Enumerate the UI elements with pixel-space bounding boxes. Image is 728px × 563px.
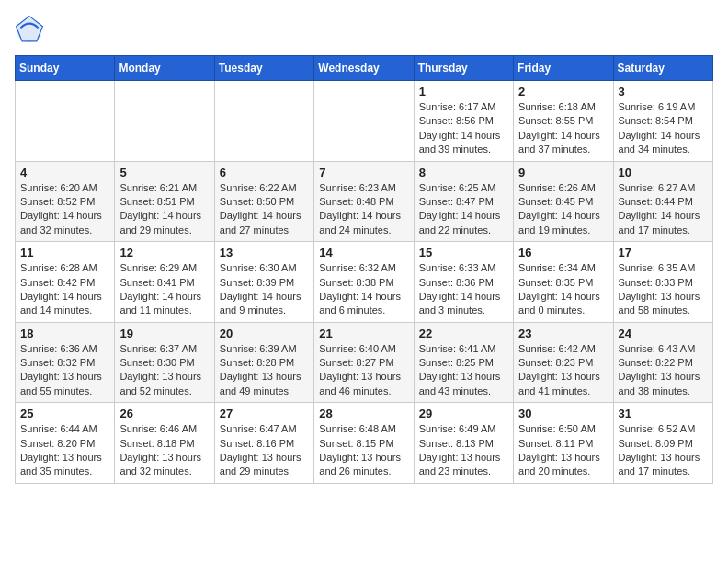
day-number: 8 <box>419 166 508 179</box>
day-number: 7 <box>319 166 408 179</box>
day-info: Sunrise: 6:46 AM Sunset: 8:18 PM Dayligh… <box>119 422 209 479</box>
day-info: Sunrise: 6:37 AM Sunset: 8:30 PM Dayligh… <box>119 342 209 399</box>
day-number: 1 <box>419 85 508 98</box>
day-info: Sunrise: 6:32 AM Sunset: 8:38 PM Dayligh… <box>319 261 408 318</box>
day-info: Sunrise: 6:30 AM Sunset: 8:39 PM Dayligh… <box>220 261 309 318</box>
day-number: 28 <box>319 407 408 420</box>
calendar-cell <box>214 81 313 162</box>
calendar-cell: 19Sunrise: 6:37 AM Sunset: 8:30 PM Dayli… <box>115 322 214 403</box>
day-info: Sunrise: 6:48 AM Sunset: 8:15 PM Dayligh… <box>319 422 408 479</box>
day-info: Sunrise: 6:18 AM Sunset: 8:55 PM Dayligh… <box>518 100 608 157</box>
calendar-cell <box>314 81 414 162</box>
day-number: 12 <box>119 246 209 259</box>
calendar-cell: 9Sunrise: 6:26 AM Sunset: 8:45 PM Daylig… <box>514 161 613 242</box>
header-row: SundayMondayTuesdayWednesdayThursdayFrid… <box>16 56 713 81</box>
day-info: Sunrise: 6:34 AM Sunset: 8:35 PM Dayligh… <box>518 261 608 318</box>
calendar-header: SundayMondayTuesdayWednesdayThursdayFrid… <box>16 56 713 81</box>
day-number: 31 <box>619 407 708 420</box>
calendar-cell: 5Sunrise: 6:21 AM Sunset: 8:51 PM Daylig… <box>115 161 214 242</box>
day-number: 14 <box>319 246 408 259</box>
calendar-cell: 11Sunrise: 6:28 AM Sunset: 8:42 PM Dayli… <box>16 242 115 323</box>
calendar-week-1: 1Sunrise: 6:17 AM Sunset: 8:56 PM Daylig… <box>16 81 713 162</box>
day-info: Sunrise: 6:42 AM Sunset: 8:23 PM Dayligh… <box>518 342 608 399</box>
calendar-cell <box>16 81 115 162</box>
day-number: 16 <box>518 246 608 259</box>
day-number: 19 <box>119 327 209 340</box>
day-info: Sunrise: 6:29 AM Sunset: 8:41 PM Dayligh… <box>119 261 209 318</box>
day-number: 26 <box>119 407 209 420</box>
logo <box>15 15 48 44</box>
day-info: Sunrise: 6:39 AM Sunset: 8:28 PM Dayligh… <box>220 342 309 399</box>
calendar-table: SundayMondayTuesdayWednesdayThursdayFrid… <box>15 55 713 484</box>
day-info: Sunrise: 6:52 AM Sunset: 8:09 PM Dayligh… <box>619 422 708 479</box>
day-info: Sunrise: 6:43 AM Sunset: 8:22 PM Dayligh… <box>619 342 708 399</box>
header-cell-sunday: Sunday <box>16 56 115 81</box>
calendar-body: 1Sunrise: 6:17 AM Sunset: 8:56 PM Daylig… <box>16 81 713 484</box>
calendar-cell: 12Sunrise: 6:29 AM Sunset: 8:41 PM Dayli… <box>115 242 214 323</box>
header-cell-wednesday: Wednesday <box>314 56 414 81</box>
day-info: Sunrise: 6:44 AM Sunset: 8:20 PM Dayligh… <box>20 422 109 479</box>
header-cell-saturday: Saturday <box>613 56 712 81</box>
day-info: Sunrise: 6:50 AM Sunset: 8:11 PM Dayligh… <box>518 422 608 479</box>
calendar-cell <box>115 81 214 162</box>
day-info: Sunrise: 6:33 AM Sunset: 8:36 PM Dayligh… <box>419 261 508 318</box>
day-info: Sunrise: 6:21 AM Sunset: 8:51 PM Dayligh… <box>119 181 209 238</box>
calendar-cell: 17Sunrise: 6:35 AM Sunset: 8:33 PM Dayli… <box>613 242 712 323</box>
header-cell-tuesday: Tuesday <box>214 56 313 81</box>
day-number: 22 <box>419 327 508 340</box>
day-number: 21 <box>319 327 408 340</box>
day-number: 29 <box>419 407 508 420</box>
calendar-week-3: 11Sunrise: 6:28 AM Sunset: 8:42 PM Dayli… <box>16 242 713 323</box>
day-number: 23 <box>518 327 608 340</box>
calendar-cell: 24Sunrise: 6:43 AM Sunset: 8:22 PM Dayli… <box>613 322 712 403</box>
header-cell-friday: Friday <box>514 56 613 81</box>
day-info: Sunrise: 6:19 AM Sunset: 8:54 PM Dayligh… <box>619 100 708 157</box>
day-number: 4 <box>20 166 109 179</box>
calendar-cell: 10Sunrise: 6:27 AM Sunset: 8:44 PM Dayli… <box>613 161 712 242</box>
day-info: Sunrise: 6:25 AM Sunset: 8:47 PM Dayligh… <box>419 181 508 238</box>
calendar-week-4: 18Sunrise: 6:36 AM Sunset: 8:32 PM Dayli… <box>16 322 713 403</box>
day-number: 9 <box>518 166 608 179</box>
day-info: Sunrise: 6:47 AM Sunset: 8:16 PM Dayligh… <box>220 422 309 479</box>
calendar-cell: 16Sunrise: 6:34 AM Sunset: 8:35 PM Dayli… <box>514 242 613 323</box>
day-info: Sunrise: 6:20 AM Sunset: 8:52 PM Dayligh… <box>20 181 109 238</box>
logo-icon <box>15 15 44 44</box>
day-number: 5 <box>119 166 209 179</box>
day-info: Sunrise: 6:26 AM Sunset: 8:45 PM Dayligh… <box>518 181 608 238</box>
calendar-cell: 14Sunrise: 6:32 AM Sunset: 8:38 PM Dayli… <box>314 242 414 323</box>
calendar-cell: 15Sunrise: 6:33 AM Sunset: 8:36 PM Dayli… <box>414 242 513 323</box>
day-info: Sunrise: 6:23 AM Sunset: 8:48 PM Dayligh… <box>319 181 408 238</box>
day-info: Sunrise: 6:35 AM Sunset: 8:33 PM Dayligh… <box>619 261 708 318</box>
calendar-cell: 23Sunrise: 6:42 AM Sunset: 8:23 PM Dayli… <box>514 322 613 403</box>
calendar-cell: 26Sunrise: 6:46 AM Sunset: 8:18 PM Dayli… <box>115 403 214 484</box>
day-number: 24 <box>619 327 708 340</box>
day-number: 27 <box>220 407 309 420</box>
day-number: 11 <box>20 246 109 259</box>
day-info: Sunrise: 6:27 AM Sunset: 8:44 PM Dayligh… <box>619 181 708 238</box>
header-cell-monday: Monday <box>115 56 214 81</box>
calendar-cell: 2Sunrise: 6:18 AM Sunset: 8:55 PM Daylig… <box>514 81 613 162</box>
day-number: 10 <box>619 166 708 179</box>
calendar-cell: 20Sunrise: 6:39 AM Sunset: 8:28 PM Dayli… <box>214 322 313 403</box>
calendar-cell: 8Sunrise: 6:25 AM Sunset: 8:47 PM Daylig… <box>414 161 513 242</box>
calendar-cell: 3Sunrise: 6:19 AM Sunset: 8:54 PM Daylig… <box>613 81 712 162</box>
header-cell-thursday: Thursday <box>414 56 513 81</box>
calendar-cell: 30Sunrise: 6:50 AM Sunset: 8:11 PM Dayli… <box>514 403 613 484</box>
day-number: 6 <box>220 166 309 179</box>
day-info: Sunrise: 6:22 AM Sunset: 8:50 PM Dayligh… <box>220 181 309 238</box>
calendar-cell: 31Sunrise: 6:52 AM Sunset: 8:09 PM Dayli… <box>613 403 712 484</box>
day-number: 17 <box>619 246 708 259</box>
day-info: Sunrise: 6:49 AM Sunset: 8:13 PM Dayligh… <box>419 422 508 479</box>
day-number: 15 <box>419 246 508 259</box>
calendar-cell: 29Sunrise: 6:49 AM Sunset: 8:13 PM Dayli… <box>414 403 513 484</box>
day-number: 18 <box>20 327 109 340</box>
calendar-cell: 25Sunrise: 6:44 AM Sunset: 8:20 PM Dayli… <box>16 403 115 484</box>
calendar-cell: 18Sunrise: 6:36 AM Sunset: 8:32 PM Dayli… <box>16 322 115 403</box>
calendar-week-5: 25Sunrise: 6:44 AM Sunset: 8:20 PM Dayli… <box>16 403 713 484</box>
day-number: 20 <box>220 327 309 340</box>
calendar-cell: 28Sunrise: 6:48 AM Sunset: 8:15 PM Dayli… <box>314 403 414 484</box>
day-number: 13 <box>220 246 309 259</box>
calendar-cell: 6Sunrise: 6:22 AM Sunset: 8:50 PM Daylig… <box>214 161 313 242</box>
calendar-cell: 4Sunrise: 6:20 AM Sunset: 8:52 PM Daylig… <box>16 161 115 242</box>
calendar-week-2: 4Sunrise: 6:20 AM Sunset: 8:52 PM Daylig… <box>16 161 713 242</box>
